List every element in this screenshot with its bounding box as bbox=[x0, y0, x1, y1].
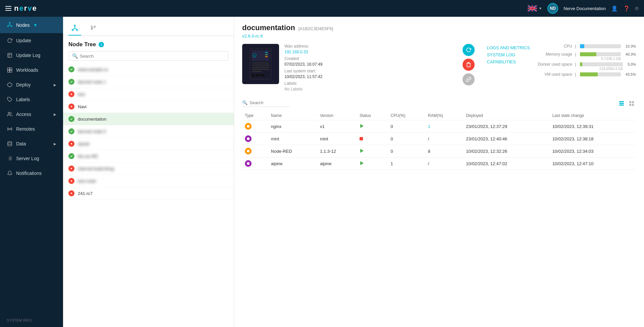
memory-metric-row: Memory usage | 9.7/195.1 GB 40.3% bbox=[535, 52, 636, 57]
node-name: daniel bbox=[78, 141, 90, 146]
svg-rect-15 bbox=[8, 53, 12, 57]
sidebar-item-deploy[interactable]: Deploy ▶ bbox=[0, 77, 63, 92]
cell-deployed: 23/01/2023, 12:40:46 bbox=[463, 133, 549, 145]
remotes-label: Remotes bbox=[16, 126, 56, 132]
play-status-icon bbox=[360, 161, 364, 165]
docker-value: 5.0% bbox=[628, 62, 636, 66]
list-view-button[interactable] bbox=[617, 99, 626, 108]
sidebar-item-data[interactable]: Data ▶ bbox=[0, 136, 63, 151]
svg-rect-73 bbox=[619, 105, 624, 106]
type-icon-purple bbox=[245, 135, 252, 142]
workloads-search-box: 🔍 bbox=[242, 100, 290, 107]
node-tree-panel: Node Tree i 🔍 www.sample.co bbox=[63, 17, 234, 327]
sidebar-item-update[interactable]: Update bbox=[0, 33, 63, 48]
stop-status-icon bbox=[360, 137, 363, 140]
profile-icon[interactable]: 👤 bbox=[611, 5, 618, 12]
table-row: mint mint 0 / 23/01/2023, 12:40:46 10/02… bbox=[242, 133, 636, 145]
node-search-input[interactable] bbox=[80, 54, 225, 59]
workloads-table: Type Name Version Status CPU(%) RAM(%) D… bbox=[242, 111, 636, 170]
cell-cpu: 0 bbox=[388, 145, 425, 157]
col-status: Status bbox=[357, 111, 388, 120]
update-log-label: Update Log bbox=[16, 53, 56, 58]
list-item[interactable]: blurred node 1 bbox=[63, 76, 234, 88]
list-item[interactable]: blurred node 5 bbox=[63, 125, 234, 138]
list-item[interactable]: daniel bbox=[63, 138, 234, 150]
list-item[interactable]: documentation bbox=[63, 113, 234, 125]
cell-last-change: 10/02/2023, 12:34:03 bbox=[550, 145, 636, 157]
user-avatar[interactable]: ND bbox=[547, 3, 558, 14]
workloads-icon bbox=[7, 67, 13, 73]
sidebar-item-remotes[interactable]: Remotes bbox=[0, 122, 63, 136]
tab-node-tree[interactable] bbox=[68, 21, 81, 36]
data-label: Data bbox=[16, 141, 50, 146]
docker-metric-row: Docker used space | 219.0/503.4 GB 5.0% bbox=[535, 62, 636, 67]
list-item[interactable]: 241-rc7 bbox=[63, 187, 234, 200]
list-item[interactable]: internet-build-thing bbox=[63, 162, 234, 175]
cell-name: mint bbox=[268, 133, 317, 145]
deploy-label: Deploy bbox=[16, 82, 50, 87]
svg-rect-74 bbox=[629, 101, 631, 103]
list-item[interactable]: www.sample.co bbox=[63, 63, 234, 76]
table-row: nginx v1 0 1 23/01/2023, 12:37:29 10/02/… bbox=[242, 120, 636, 133]
logs-metrics-link[interactable]: LOGS AND METRICS bbox=[487, 45, 530, 50]
sidebar-item-server-log[interactable]: Server Log bbox=[0, 151, 63, 166]
node-search-box: 🔍 bbox=[68, 51, 228, 61]
cell-ram: / bbox=[425, 133, 464, 145]
list-item[interactable]: the-an-RD bbox=[63, 150, 234, 162]
node-name: Navi bbox=[78, 104, 87, 109]
cpu-label: CPU bbox=[535, 44, 572, 49]
ram-link[interactable]: 1 bbox=[428, 124, 430, 129]
cell-last-change: 10/02/2023, 12:47:10 bbox=[550, 157, 636, 170]
info-icon[interactable]: i bbox=[99, 42, 104, 47]
language-selector[interactable]: ▼ bbox=[528, 5, 542, 11]
logo-area: nerve bbox=[5, 4, 37, 13]
nodes-icon bbox=[7, 21, 13, 28]
node-name: 241-rc7 bbox=[78, 191, 93, 196]
grid-view-button[interactable] bbox=[627, 99, 636, 108]
list-item[interactable]: Navi bbox=[63, 101, 234, 113]
sidebar-item-workloads[interactable]: Workloads bbox=[0, 63, 63, 77]
sidebar-item-labels[interactable]: Labels bbox=[0, 92, 63, 107]
svg-rect-59 bbox=[252, 65, 269, 66]
cell-type bbox=[242, 157, 268, 170]
cell-type bbox=[242, 120, 268, 133]
workloads-search-input[interactable] bbox=[250, 100, 290, 105]
svg-point-78 bbox=[247, 125, 250, 128]
sidebar-item-notifications[interactable]: Notifications bbox=[0, 166, 63, 181]
list-item[interactable]: test-node bbox=[63, 175, 234, 187]
restart-button[interactable] bbox=[463, 44, 475, 56]
vm-sub-label: 9.7/195.1 GB bbox=[601, 57, 621, 61]
metrics-panel: CPU | 10.3% Memory usage | bbox=[535, 44, 636, 80]
svg-rect-8 bbox=[532, 5, 533, 11]
svg-point-33 bbox=[74, 25, 75, 26]
svg-point-79 bbox=[247, 137, 250, 140]
delete-button[interactable] bbox=[463, 59, 475, 71]
svg-text:N: N bbox=[254, 54, 255, 57]
svg-line-14 bbox=[10, 25, 11, 26]
type-icon-orange bbox=[245, 148, 252, 154]
sidebar-item-access[interactable]: Access ▶ bbox=[0, 107, 63, 122]
svg-point-34 bbox=[72, 29, 73, 31]
deploy-arrow-icon: ▶ bbox=[54, 83, 56, 87]
hamburger-menu[interactable] bbox=[5, 6, 11, 11]
logout-icon[interactable]: ⎋ bbox=[635, 5, 639, 11]
list-item[interactable]: test bbox=[63, 88, 234, 101]
node-name: www.sample.co bbox=[78, 67, 108, 72]
notifications-label: Notifications bbox=[16, 171, 56, 176]
sidebar-item-update-log[interactable]: Update Log bbox=[0, 48, 63, 63]
tab-flat-view[interactable] bbox=[87, 21, 99, 36]
svg-rect-70 bbox=[261, 74, 264, 76]
system-log-link[interactable]: SYSTEM LOG bbox=[487, 52, 530, 57]
sidebar-item-nodes[interactable]: Nodes ▼ bbox=[0, 17, 63, 33]
detail-header: documentation [A1B2C3D4E5F6] bbox=[242, 23, 636, 32]
link-button[interactable] bbox=[463, 73, 475, 85]
svg-point-80 bbox=[247, 150, 250, 152]
svg-rect-20 bbox=[7, 70, 9, 72]
detail-panel: documentation [A1B2C3D4E5F6] v2.6.0-rc.6 bbox=[234, 17, 644, 327]
workloads-toolbar: 🔍 bbox=[242, 99, 636, 108]
top-navigation: nerve ▼ ND Nerve Documentation 👤 ❓ ⎋ bbox=[0, 0, 644, 17]
help-icon[interactable]: ❓ bbox=[623, 5, 630, 12]
system-info-link[interactable]: SYSTEM INFO bbox=[0, 314, 63, 327]
capabilities-link[interactable]: CAPABILITIES bbox=[487, 59, 530, 64]
cpu-bar-fill bbox=[580, 44, 584, 48]
